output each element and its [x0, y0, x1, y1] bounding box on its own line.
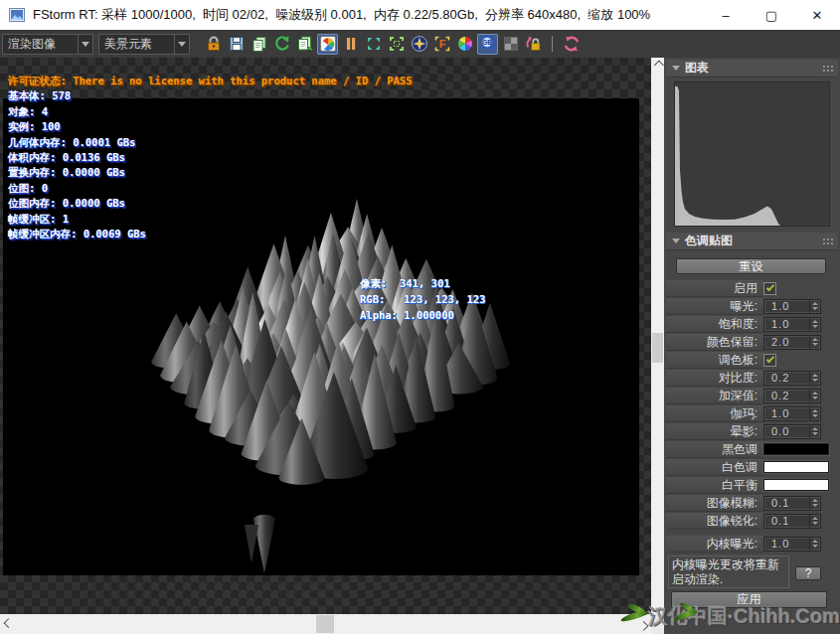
spinner-arrows-icon[interactable] — [809, 372, 820, 385]
render-image-dropdown[interactable]: 渲染图像 — [2, 34, 93, 55]
row-exposure: 曝光:1.0 — [664, 297, 840, 315]
label-color-preserve: 颜色保留: — [666, 334, 763, 351]
contrast-value: 0.2 — [764, 372, 809, 384]
color-wheel-icon[interactable] — [454, 34, 475, 55]
spinner-arrows-icon[interactable] — [809, 318, 820, 331]
render-elements-dropdown[interactable]: 美景元素 — [98, 34, 190, 55]
white-tone-swatch[interactable] — [763, 461, 829, 473]
close-button[interactable]: ✕ — [794, 0, 840, 30]
copy-icon[interactable] — [249, 34, 269, 55]
spinner-arrows-icon[interactable] — [809, 515, 820, 528]
maximize-button[interactable]: ▢ — [749, 0, 794, 30]
exposure-value: 1.0 — [764, 300, 809, 312]
row-color-preserve: 颜色保留:2.0 — [664, 333, 840, 351]
alpha-checker-icon[interactable] — [500, 34, 521, 55]
save-icon[interactable] — [226, 34, 247, 55]
image-blur-spinner[interactable]: 0.1 — [763, 496, 821, 511]
reset-button[interactable]: 重设 — [676, 258, 826, 274]
chevron-down-icon — [78, 35, 92, 54]
vertical-scrollbar[interactable] — [651, 58, 664, 614]
row-white-balance: 白平衡 — [664, 476, 840, 494]
row-image-sharpen: 图像锐化:0.1 — [664, 512, 840, 530]
palette-checkbox[interactable] — [763, 354, 776, 367]
label-saturation: 饱和度: — [666, 316, 763, 333]
row-burn: 加深值:0.2 — [664, 387, 840, 404]
row-gamma: 伽玛:1.0 — [664, 404, 840, 422]
magnifier-gb-icon[interactable]: GB — [477, 34, 498, 55]
kernel-exposure-spinner[interactable]: 1.0 — [763, 537, 821, 552]
saturation-spinner[interactable]: 1.0 — [763, 317, 821, 332]
lock-restart-icon[interactable] — [523, 34, 544, 55]
label-black-tone: 黑色调 — [666, 441, 763, 458]
watermark: 汉化中国·Chihh.Com — [616, 599, 840, 634]
stat-line: 置换内存: 0.0000 GBs — [8, 165, 413, 180]
render-viewport[interactable]: 像素: 341, 301RGB: 123, 123, 123Alpha: 1.0… — [0, 58, 651, 614]
burn-value: 0.2 — [764, 390, 809, 401]
exposure-spinner[interactable]: 1.0 — [763, 299, 821, 314]
stat-line: 位图内存: 0.0000 GBs — [8, 196, 413, 211]
undo-arrow-icon[interactable] — [271, 34, 292, 55]
kernel-exposure-value: 1.0 — [764, 538, 809, 550]
toolbar-separator — [552, 36, 553, 52]
spinner-arrows-icon[interactable] — [809, 300, 820, 313]
stat-line: 实例: 100 — [8, 119, 413, 134]
horizontal-scrollbar-thumb[interactable] — [316, 615, 334, 633]
row-contrast: 对比度:0.2 — [664, 369, 840, 387]
stat-line: 位图: 0 — [8, 181, 413, 196]
spinner-arrows-icon[interactable] — [809, 390, 820, 402]
toolbar-icons: FGB — [203, 34, 584, 55]
row-enable: 启用 — [664, 279, 840, 297]
white-balance-swatch[interactable] — [763, 479, 829, 491]
label-burn: 加深值: — [666, 388, 763, 404]
row-black-tone: 黑色调 — [664, 440, 840, 458]
pixel-info-line: 像素: 341, 301 — [360, 275, 485, 291]
collapse-triangle-icon — [672, 238, 680, 243]
refresh-icon[interactable] — [561, 34, 582, 55]
label-palette: 调色板: — [666, 352, 763, 369]
chevron-down-icon — [174, 35, 189, 54]
label-image-blur: 图像模糊: — [666, 495, 763, 512]
contrast-spinner[interactable]: 0.2 — [763, 371, 821, 386]
label-vignette: 晕影: — [666, 423, 763, 440]
section-header-graph[interactable]: 图表 — [666, 60, 838, 78]
label-gamma: 伽玛: — [666, 405, 763, 422]
horizontal-scrollbar[interactable] — [0, 614, 651, 634]
stat-line: 几何体内存: 0.0001 GBs — [8, 135, 413, 150]
spinner-arrows-icon[interactable] — [809, 538, 820, 551]
gamma-spinner[interactable]: 1.0 — [763, 406, 821, 421]
row-image-blur: 图像模糊:0.1 — [664, 494, 840, 512]
color-preserve-spinner[interactable]: 2.0 — [763, 335, 821, 350]
scroll-up-arrow[interactable] — [651, 58, 664, 72]
row-palette: 调色板: — [664, 351, 840, 369]
help-button[interactable]: ? — [795, 566, 821, 580]
vignette-spinner[interactable]: 0.0 — [763, 424, 821, 439]
spinner-arrows-icon[interactable] — [809, 425, 820, 438]
compass-icon[interactable] — [409, 34, 429, 55]
spinner-arrows-icon[interactable] — [809, 407, 820, 420]
vertical-scrollbar-thumb[interactable] — [652, 333, 663, 363]
clone-icon[interactable] — [294, 34, 315, 55]
spinner-arrows-icon[interactable] — [809, 336, 820, 349]
burn-spinner[interactable]: 0.2 — [763, 389, 821, 403]
lock-icon[interactable] — [203, 34, 224, 55]
pause-icon[interactable] — [340, 34, 361, 55]
palette-icon[interactable] — [317, 34, 338, 55]
grip-icon — [822, 238, 834, 244]
image-sharpen-spinner[interactable]: 0.1 — [763, 514, 821, 529]
enable-checkbox[interactable] — [763, 282, 776, 295]
svg-text:F: F — [438, 38, 445, 50]
vignette-value: 0.0 — [764, 425, 809, 437]
spinner-arrows-icon[interactable] — [809, 497, 820, 510]
fstorm-frame-icon[interactable]: F — [431, 34, 452, 55]
label-enable: 启用 — [666, 280, 763, 297]
section-header-tonemap[interactable]: 色调贴图 — [666, 233, 838, 250]
black-tone-swatch[interactable] — [763, 443, 829, 455]
scroll-left-arrow[interactable] — [0, 614, 16, 634]
saturation-value: 1.0 — [764, 318, 809, 330]
label-white-tone: 白色调 — [666, 459, 763, 476]
region-icon[interactable] — [386, 34, 407, 55]
stat-line: 帧缓冲区: 1 — [8, 212, 413, 227]
fit-view-icon[interactable] — [363, 34, 384, 55]
minimize-button[interactable]: – — [703, 0, 749, 30]
pixel-info-overlay: 像素: 341, 301RGB: 123, 123, 123Alpha: 1.0… — [360, 275, 485, 324]
